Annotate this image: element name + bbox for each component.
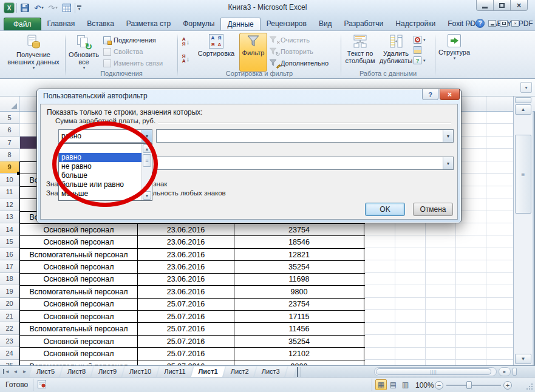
workbook-restore-button[interactable] — [500, 20, 508, 27]
option-not-equals[interactable]: не равно — [59, 162, 141, 171]
row-header[interactable]: 10 — [0, 174, 19, 186]
row-header[interactable]: 5 — [0, 112, 19, 124]
dialog-help-button[interactable]: ? — [422, 89, 438, 100]
sort-button[interactable]: АЯЯА Сортировка — [193, 33, 239, 72]
sheet-tab-list10[interactable]: Лист10 — [122, 367, 158, 377]
cell-salary[interactable]: 12821 — [234, 249, 364, 260]
refresh-all-button[interactable]: ↻ Обновить все ▾ — [66, 33, 101, 72]
ok-button[interactable]: OK — [365, 203, 405, 216]
value1-combobox[interactable]: ▼ — [156, 129, 454, 143]
cell-personnel[interactable]: Вспомогательный персонал — [19, 360, 137, 365]
zoom-out-button[interactable]: − — [435, 381, 443, 390]
combo-arrow-button[interactable]: ▼ — [443, 157, 453, 169]
scroll-down-button[interactable]: ▼ — [515, 354, 531, 364]
combo-arrow-button[interactable]: ▼ — [443, 130, 453, 142]
zoom-level[interactable]: 100% — [415, 381, 434, 390]
row-header[interactable]: 7 — [0, 137, 19, 149]
row-header[interactable]: 20 — [0, 298, 19, 310]
outline-button[interactable]: Структура ▾ — [438, 33, 471, 72]
cell-personnel[interactable]: Основной персонал — [19, 261, 137, 272]
row-header[interactable]: 12 — [0, 198, 19, 211]
filter-button[interactable]: Фильтр — [239, 33, 267, 72]
horizontal-scroll-thumb[interactable]: |||| — [376, 368, 491, 375]
help-icon[interactable]: ? — [475, 19, 485, 28]
hscroll-split-handle[interactable] — [513, 368, 517, 376]
cell-personnel[interactable]: Основной персонал — [19, 299, 137, 310]
cell-salary[interactable]: 9800 — [234, 286, 364, 297]
normal-view-button[interactable]: ▦ — [375, 379, 387, 390]
tab-data[interactable]: Данные — [220, 18, 260, 30]
vertical-scrollbar[interactable]: ▲ ≡ ▼ — [513, 96, 533, 365]
row-header[interactable]: 17 — [0, 260, 19, 272]
cell-personnel[interactable]: Вспомогательный персонал — [19, 249, 137, 260]
tab-insert[interactable]: Вставка — [81, 18, 120, 30]
vertical-scroll-thumb[interactable]: ≡ — [515, 135, 531, 214]
get-external-data-button[interactable]: Получение внешних данных ▾ — [4, 33, 63, 72]
sheet-tab-list2[interactable]: Лист2 — [223, 367, 256, 377]
scroll-up-button[interactable]: ▲ — [143, 144, 151, 153]
minimize-button[interactable] — [476, 0, 494, 11]
row-header[interactable]: 6 — [0, 124, 19, 136]
row-header[interactable]: 8 — [0, 149, 19, 161]
option-greater[interactable]: больше — [59, 171, 141, 180]
scrollbar-split-handle[interactable] — [515, 97, 531, 103]
what-if-analysis-button[interactable]: ?▾ — [414, 56, 426, 65]
sheet-tab-list5[interactable]: Лист5 — [29, 367, 62, 377]
option-greater-or-equal[interactable]: больше или равно — [59, 180, 141, 189]
tab-addins[interactable]: Надстройки — [389, 18, 441, 30]
clear-filter-button[interactable]: ×Очистить — [267, 35, 330, 46]
sheet-tab-list1-active[interactable]: Лист1 — [191, 367, 225, 377]
record-macro-button[interactable] — [38, 380, 46, 391]
cell-date[interactable]: 23.06.2016 — [137, 249, 234, 260]
purple-filled-cell[interactable] — [20, 137, 37, 149]
text-to-columns-button[interactable]: Текст по столбцам — [342, 33, 378, 72]
cell-date[interactable]: 25.07.2016 — [137, 311, 234, 322]
sort-descending-button[interactable]: ЯА↓ — [179, 52, 193, 66]
expand-formula-bar-button[interactable]: ▾ — [520, 82, 532, 93]
cell-date[interactable]: 23.06.2016 — [137, 274, 234, 285]
sheet-tab-list9[interactable]: Лист9 — [91, 367, 124, 377]
condition1-combobox[interactable]: равно ▼ — [58, 129, 152, 143]
combo-arrow-button[interactable]: ▼ — [141, 130, 152, 142]
data-validation-button[interactable]: ▾ — [414, 35, 426, 44]
sheet-tab-list3[interactable]: Лист3 — [254, 367, 287, 377]
cell-date[interactable]: 25.07.2016 — [137, 360, 234, 365]
row-header[interactable]: 13 — [0, 211, 19, 223]
cell-personnel[interactable]: Вспомогательный персонал — [19, 286, 137, 297]
remove-duplicates-button[interactable]: Удалить дубликаты — [378, 33, 414, 72]
edit-links-button[interactable]: Изменить связи — [101, 58, 165, 69]
row-header[interactable]: 21 — [0, 310, 19, 322]
next-sheet-button[interactable]: ► — [21, 367, 29, 376]
cancel-button[interactable]: Отмена — [413, 203, 453, 216]
dialog-close-button[interactable]: × — [440, 89, 460, 100]
scroll-up-button[interactable]: ▲ — [515, 104, 531, 115]
workbook-minimize-button[interactable] — [488, 20, 496, 27]
tab-page-layout[interactable]: Разметка стр — [120, 18, 177, 30]
close-button[interactable]: × — [510, 0, 528, 11]
advanced-filter-button[interactable]: Дополнительно — [267, 58, 330, 69]
cell-date[interactable]: 25.07.2016 — [137, 336, 234, 347]
cell-personnel[interactable]: Вспомогательный персонал — [19, 323, 137, 334]
scroll-down-button[interactable]: ▼ — [143, 191, 151, 200]
cell-salary[interactable]: 9800 — [234, 360, 364, 365]
option-equals[interactable]: равно — [59, 153, 141, 162]
properties-button[interactable]: Свойства — [101, 46, 165, 57]
list-scrollbar[interactable]: ▲ ≡ ▼ — [141, 144, 152, 200]
row-header[interactable]: 18 — [0, 273, 19, 285]
zoom-slider-thumb[interactable] — [466, 381, 472, 389]
row-header[interactable]: 25 — [0, 360, 19, 365]
cell-salary[interactable]: 23754 — [234, 299, 364, 310]
tab-file[interactable]: Файл — [4, 18, 41, 30]
workbook-close-button[interactable]: × — [511, 20, 519, 27]
row-header[interactable]: 24 — [0, 347, 19, 359]
row-header[interactable]: 22 — [0, 322, 19, 334]
select-all-corner[interactable] — [0, 96, 19, 111]
row-header[interactable]: 23 — [0, 335, 19, 347]
cell-date[interactable]: 25.07.2016 — [137, 348, 234, 359]
page-break-view-button[interactable]: ▥ — [400, 379, 411, 390]
tab-review[interactable]: Рецензиров — [261, 18, 313, 30]
cell-date[interactable]: 23.06.2016 — [137, 261, 234, 272]
cell-date[interactable]: 23.06.2016 — [137, 286, 234, 297]
reapply-filter-button[interactable]: ↻Повторить — [267, 46, 330, 57]
insert-sheet-tab[interactable] — [285, 367, 296, 377]
